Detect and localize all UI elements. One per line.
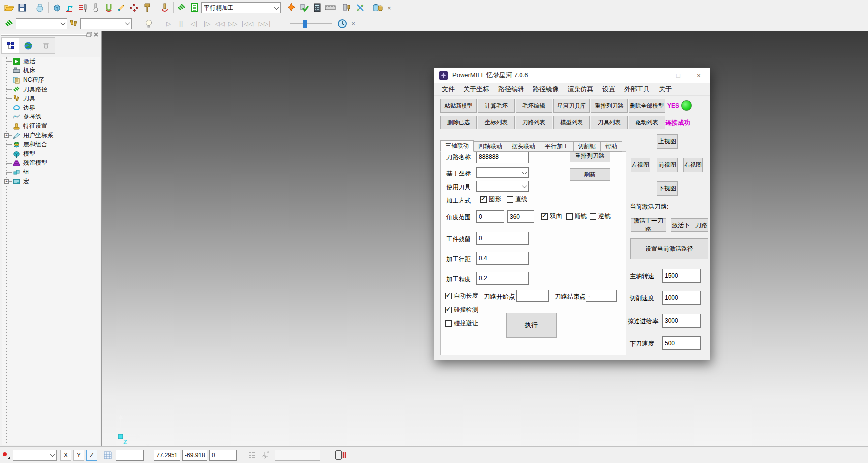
marker-dropdown-icon[interactable] [0, 449, 13, 462]
tool-ball-icon[interactable] [89, 1, 102, 14]
minimize-button[interactable]: – [647, 68, 667, 83]
menu-about[interactable]: 关于 [654, 85, 676, 94]
edit-stock-button[interactable]: 毛坯编辑 [516, 99, 552, 113]
tree-item-stock-model[interactable]: 残留模型 [2, 159, 100, 168]
tab-3axis[interactable]: 三轴联动 [440, 140, 474, 152]
climb-checkbox[interactable] [566, 213, 573, 220]
tab-explorer-tree[interactable] [1, 37, 19, 54]
toolpath-list-button[interactable]: 刀路列表 [516, 116, 552, 129]
dialog-titlebar[interactable]: PowerMILL 忆梦星河 7.0.6 – □ × [434, 68, 710, 83]
toolbar-close-icon[interactable]: × [384, 4, 394, 12]
tree-item-models[interactable]: 模型 [2, 149, 100, 159]
menu-coords[interactable]: 关于坐标 [459, 85, 494, 94]
menu-external-tools[interactable]: 外部工具 [620, 85, 654, 94]
cutting-speed-input[interactable] [662, 291, 701, 305]
execute-button[interactable]: 执行 [506, 313, 557, 338]
axis-y-button[interactable]: Y [73, 450, 84, 461]
tree-item-boundary[interactable]: 边界 [2, 103, 100, 113]
panel-grip[interactable] [1, 34, 88, 36]
boundary-edit-icon[interactable] [115, 1, 128, 14]
tool-combobox[interactable] [80, 18, 132, 29]
close-button[interactable]: × [689, 68, 709, 83]
toolpath-strategy-icon[interactable] [63, 1, 76, 14]
axis-x-button[interactable]: X [60, 450, 71, 461]
coord-combobox[interactable] [476, 167, 529, 178]
clock-icon[interactable] [336, 17, 348, 30]
model-list-button[interactable]: 模型列表 [553, 116, 590, 129]
axis-z-button[interactable]: Z [86, 450, 97, 461]
tool-database-icon[interactable] [341, 1, 354, 14]
play-icon[interactable]: ▷ [162, 20, 175, 27]
view-top-button[interactable]: 上视图 [657, 134, 678, 149]
grid-toggle-icon[interactable] [101, 449, 114, 462]
go-to-start-icon[interactable]: |◁◁ [239, 20, 256, 27]
expand-toggle[interactable]: + [4, 133, 9, 138]
end-point-input[interactable] [586, 290, 617, 302]
toolpaths-icon[interactable] [175, 1, 188, 14]
tree-item-tools[interactable]: 刀具 [2, 94, 100, 103]
bidirectional-checkbox[interactable] [541, 213, 548, 220]
view-bottom-button[interactable]: 下视图 [657, 181, 678, 196]
menu-path-mirror[interactable]: 路径镜像 [528, 85, 563, 94]
go-to-end-icon[interactable]: ▷▷| [256, 20, 273, 27]
refresh-button[interactable]: 刷新 [570, 168, 610, 181]
panel-grip[interactable] [1, 32, 88, 33]
menu-settings[interactable]: 设置 [598, 85, 620, 94]
conventional-checkbox[interactable] [590, 213, 596, 220]
line-checkbox[interactable] [507, 196, 513, 203]
tree-item-workplanes[interactable]: +用户坐标系 [2, 131, 100, 140]
circle-checkbox[interactable] [480, 196, 487, 203]
start-point-input[interactable] [516, 290, 549, 302]
toolpath-name-input[interactable] [476, 150, 529, 163]
pattern-icon[interactable] [128, 1, 141, 14]
delete-selected-button[interactable]: 删除已选 [440, 116, 477, 129]
collision-check-icon[interactable] [102, 1, 115, 14]
stepover-input[interactable] [476, 252, 529, 265]
menu-render-sim[interactable]: 渲染仿真 [563, 85, 598, 94]
rearrange-toolpaths-button[interactable]: 重排列刀路 [591, 99, 628, 113]
measure-ruler-icon[interactable] [324, 1, 337, 14]
menu-path-edit[interactable]: 路径编辑 [494, 85, 528, 94]
skim-rate-input[interactable] [662, 314, 701, 328]
print-preview-icon[interactable] [33, 1, 46, 14]
angle-to-input[interactable] [507, 210, 534, 223]
view-front-button[interactable]: 前视图 [657, 158, 678, 172]
menu-file[interactable]: 文件 [437, 85, 459, 94]
prev-toolpath-button[interactable]: 激活上一刀路 [631, 218, 666, 232]
nc-program-icon[interactable] [76, 1, 89, 14]
tool-combobox-dialog[interactable] [476, 181, 529, 192]
tree-item-levels-sets[interactable]: 层和组合 [2, 140, 100, 149]
tree-item-feature-set[interactable]: 特征设置 [2, 121, 100, 131]
search-back-icon[interactable]: ◁◁ [214, 20, 227, 27]
tools-sim-icon[interactable] [67, 17, 80, 30]
step-back-icon[interactable]: ◁| [188, 20, 201, 27]
tab-explorer-trash[interactable] [37, 37, 55, 54]
slider-thumb[interactable] [303, 20, 307, 28]
tree-item-machine[interactable]: 机床 [2, 66, 100, 76]
toolpath-list-icon[interactable] [188, 1, 201, 14]
tree-item-groups[interactable]: 组 [2, 168, 100, 177]
toolbar-close-icon[interactable]: × [348, 20, 358, 27]
pause-icon[interactable]: || [175, 20, 188, 27]
panel-float-icon[interactable] [86, 32, 92, 37]
tree-item-activate[interactable]: 激活 [2, 57, 100, 66]
toolpath-sim-icon[interactable] [3, 17, 16, 30]
maximize-button[interactable]: □ [668, 68, 688, 83]
transform-icon[interactable] [354, 1, 367, 14]
search-forward-icon[interactable]: ▷▷ [227, 20, 239, 27]
lightbulb-icon[interactable] [142, 17, 155, 30]
view-left-button[interactable]: 左视图 [631, 158, 650, 172]
tree-item-reference-line[interactable]: 参考线 [2, 113, 100, 122]
tab-explorer-globe[interactable] [19, 37, 37, 54]
drive-list-button[interactable]: 驱动列表 [629, 116, 665, 129]
simulation-speed-slider[interactable] [290, 19, 332, 28]
tree-item-nc-program[interactable]: NC程序 [2, 75, 100, 85]
tab-saw[interactable]: 切割锯 [574, 141, 601, 152]
plunge-rate-input[interactable] [662, 336, 701, 350]
expand-toggle[interactable]: + [4, 179, 9, 184]
tool-check-icon[interactable] [298, 1, 311, 14]
step-forward-icon[interactable]: |▷ [201, 20, 214, 27]
tree-item-toolpaths[interactable]: 刀具路径 [2, 85, 100, 94]
collision-avoid-checkbox[interactable] [445, 320, 452, 327]
next-toolpath-button[interactable]: 激活下一刀路 [671, 218, 708, 232]
